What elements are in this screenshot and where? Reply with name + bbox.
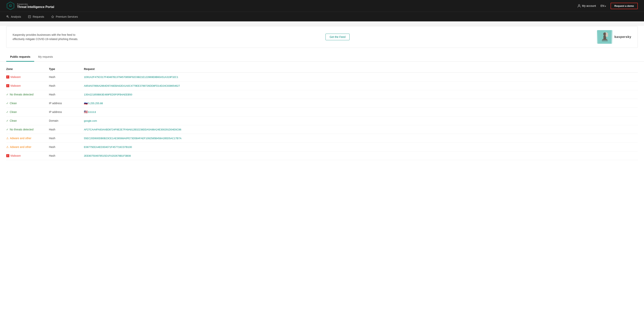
request-link[interactable]: 5.255.255.88 <box>88 102 103 105</box>
premium-label: Premium Services <box>56 15 78 18</box>
company-name: Kaspersky <box>17 3 54 5</box>
table-row: ✓ Clean IP address 🇺🇸 8.8.8.8 <box>6 108 638 116</box>
type-label: Hash <box>49 75 55 79</box>
type-label: Domain <box>49 119 58 122</box>
zone-label: Malware <box>10 84 21 87</box>
request-cell: google.com <box>84 119 638 122</box>
analysis-icon <box>6 15 9 18</box>
check-icon: ✓ <box>6 119 8 122</box>
banner-line2: effectively mitigate COVID-19-related ph… <box>12 38 78 41</box>
zone-label: Malware <box>10 154 21 157</box>
request-link[interactable]: A854A07866A2864D97A6EBA62E41A0C4779EE378… <box>84 84 180 87</box>
request-link[interactable]: 2EE807504978515D1FA202678B1F3B08 <box>84 154 131 157</box>
navbar: KL Kaspersky Threat Intelligence Portal … <box>0 0 644 12</box>
zone-label: Adware and other <box>10 137 32 140</box>
table-row: ✓ No threats detected Hash AF27CAA4FA83A… <box>6 125 638 134</box>
table-row: ✓ No threats detected Hash 135A221859B63… <box>6 90 638 99</box>
zone-cell: ! Malware <box>6 75 49 79</box>
type-label: Hash <box>49 93 55 96</box>
svg-rect-13 <box>607 33 608 37</box>
zone-cell: ! Malware <box>6 84 49 87</box>
svg-rect-6 <box>28 16 31 18</box>
chess-image <box>597 30 612 44</box>
col-type: Type <box>49 68 84 71</box>
banner-text: Kaspersky provides businesses with the f… <box>12 33 78 41</box>
table-row: ✓ Clean Domain google.com <box>6 116 638 125</box>
analysis-label: Analysis <box>11 15 21 18</box>
zone-cell: ⚠ Adware and other <box>6 137 49 140</box>
tab-public-requests[interactable]: Public requests <box>6 53 34 62</box>
navbar-right: My account EN Request a demo <box>578 3 638 9</box>
main-content: Kaspersky provides businesses with the f… <box>0 26 644 311</box>
type-label: Hash <box>49 137 55 140</box>
zone-cell: ✓ Clean <box>6 110 49 114</box>
zone-cell: ✓ Clean <box>6 119 49 122</box>
table-row: ⚠ Adware and other Hash E08775EEA4ED3040… <box>6 143 638 151</box>
get-feed-button[interactable]: Get the Feed <box>326 34 350 40</box>
zone-label: Clean <box>10 119 17 122</box>
request-cell: 🇷🇺 5.255.255.88 <box>84 102 638 105</box>
account-label: My account <box>582 4 596 8</box>
request-cell: AF27CAA4FA83AABD8724F8E2E7FA9A812B32238D… <box>84 128 638 131</box>
type-cell: Hash <box>49 145 84 149</box>
table-row: ! Malware Hash A854A07866A2864D97A6EBA62… <box>6 82 638 90</box>
malware-icon: ! <box>6 154 9 157</box>
request-cell: E08775EEA4ED304071F457716CD7B100 <box>84 145 638 149</box>
type-cell: IP address <box>49 110 84 114</box>
type-label: IP address <box>49 102 62 105</box>
premium-icon <box>51 15 54 18</box>
zone-cell: ✓ No threats detected <box>6 93 49 96</box>
svg-point-4 <box>578 5 580 6</box>
table-headers: Zone Type Request <box>6 66 638 73</box>
subnav-premium[interactable]: Premium Services <box>51 15 78 18</box>
type-cell: Domain <box>49 119 84 122</box>
subnav: Analysis Requests Premium Services <box>0 12 644 21</box>
requests-icon <box>28 15 31 18</box>
chess-svg <box>598 30 612 44</box>
warning-icon: ⚠ <box>6 145 9 149</box>
zone-label: Malware <box>10 75 21 79</box>
request-cell: A854A07866A2864D97A6EBA62E41A0C4779EE378… <box>84 84 638 87</box>
tab-my-requests[interactable]: My requests <box>34 53 57 62</box>
request-link[interactable]: google.com <box>84 119 97 122</box>
request-link[interactable]: 135A221859B63E489FED5F0FB4AEEB50 <box>84 93 132 96</box>
user-icon <box>578 4 581 8</box>
kaspersky-logo: KL <box>6 2 15 10</box>
table-row: ! Malware Hash 1D91A2F475C017F40487B1379… <box>6 73 638 82</box>
covid-banner: Kaspersky provides businesses with the f… <box>6 26 638 48</box>
request-link[interactable]: E08775EEA4ED304071F457716CD7B100 <box>84 146 132 149</box>
zone-cell: ✓ No threats detected <box>6 128 49 131</box>
my-account-button[interactable]: My account <box>578 4 596 8</box>
requests-label: Requests <box>33 15 44 18</box>
request-link[interactable]: 1D91A2F475C017F40487B13794570856F92C6B21… <box>84 76 178 79</box>
tab-public-label: Public requests <box>10 55 30 58</box>
kaspersky-brand-label: kaspersky <box>614 35 632 39</box>
check-icon: ✓ <box>6 128 8 131</box>
col-zone: Zone <box>6 68 49 71</box>
request-link[interactable]: 55EC20D600DB0B23CE1AE36568A0FE73D5B4FAEF… <box>84 137 182 140</box>
table-row: ! Malware Hash 2EE807504978515D1FA202678… <box>6 151 638 160</box>
subnav-requests[interactable]: Requests <box>28 15 44 18</box>
zone-label: Clean <box>10 110 17 114</box>
malware-icon: ! <box>6 75 9 79</box>
subnav-analysis[interactable]: Analysis <box>6 15 21 18</box>
table-section: Zone Type Request ! Malware Hash 1D91A2F… <box>0 66 644 160</box>
request-demo-button[interactable]: Request a demo <box>610 3 638 9</box>
zone-label: No threats detected <box>10 128 34 131</box>
type-cell: Hash <box>49 154 84 157</box>
request-link[interactable]: 8.8.8.8 <box>88 111 96 114</box>
language-selector[interactable]: EN <box>600 4 606 8</box>
check-icon: ✓ <box>6 110 8 114</box>
type-label: Hash <box>49 84 55 87</box>
country-flag: 🇺🇸 <box>84 110 88 113</box>
lang-chevron <box>604 4 606 8</box>
product-name: Threat Intelligence Portal <box>17 5 54 9</box>
svg-rect-10 <box>602 39 607 40</box>
request-link[interactable]: AF27CAA4FA83AABD8724F8E2E7FA9A812B32238D… <box>84 128 182 131</box>
type-label: Hash <box>49 145 55 149</box>
type-label: IP address <box>49 110 62 114</box>
type-cell: IP address <box>49 102 84 105</box>
zone-cell: ⚠ Adware and other <box>6 145 49 149</box>
title-block: Kaspersky Threat Intelligence Portal <box>17 3 54 9</box>
zone-cell: ✓ Clean <box>6 102 49 105</box>
